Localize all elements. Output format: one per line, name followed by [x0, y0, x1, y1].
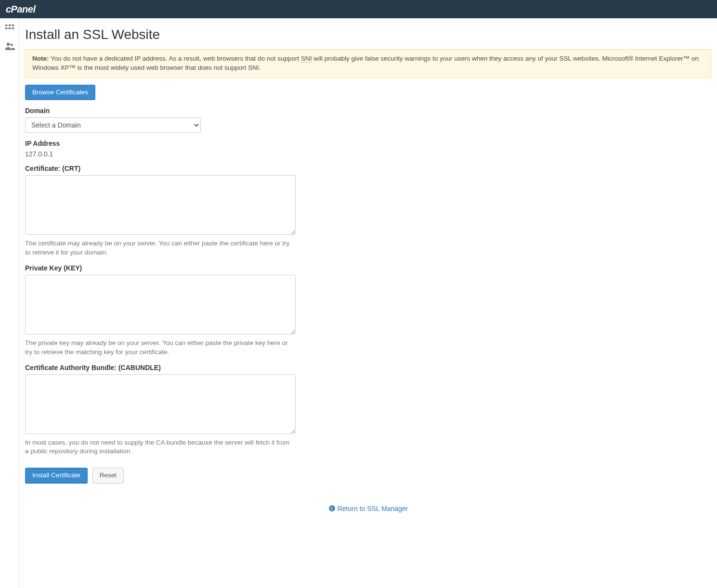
svg-point-7 — [10, 44, 13, 46]
top-bar: cPanel — [0, 0, 717, 18]
svg-rect-5 — [12, 27, 14, 29]
cabundle-textarea[interactable] — [25, 374, 296, 434]
certificate-label: Certificate: (CRT) — [25, 165, 296, 172]
browse-certificates-button[interactable]: Browse Certificates — [25, 85, 95, 100]
sni-term: SNI — [301, 55, 312, 63]
private-key-textarea[interactable] — [25, 275, 296, 334]
users-icon[interactable] — [4, 40, 15, 52]
arrow-left-circle-icon — [328, 505, 336, 512]
ip-address-value: 127.0.0.1 — [25, 150, 296, 158]
sni-note: Note: You do not have a dedicated IP add… — [25, 49, 711, 78]
certificate-help-text: The certificate may already be on your s… — [25, 239, 295, 257]
cabundle-help-text: In most cases, you do not need to supply… — [25, 438, 295, 457]
apps-icon[interactable] — [4, 22, 15, 34]
note-text-part1: You do not have a dedicated IP address. … — [49, 55, 301, 62]
reset-button[interactable]: Reset — [92, 468, 124, 483]
svg-point-8 — [329, 505, 335, 511]
domain-label: Domain — [25, 107, 296, 115]
return-to-ssl-manager-link[interactable]: Return to SSL Manager — [328, 505, 408, 512]
certificate-textarea[interactable] — [25, 175, 296, 235]
cpanel-logo: cPanel — [6, 4, 35, 15]
main-content: Install an SSL Website Note: You do not … — [19, 18, 717, 588]
private-key-label: Private Key (KEY) — [25, 264, 296, 272]
svg-rect-2 — [12, 25, 14, 26]
svg-rect-0 — [5, 25, 7, 26]
return-link-text: Return to SSL Manager — [338, 505, 408, 512]
sidebar — [0, 18, 19, 588]
note-label: Note: — [32, 55, 49, 62]
cabundle-label: Certificate Authority Bundle: (CABUNDLE) — [25, 364, 296, 371]
page-title: Install an SSL Website — [25, 27, 711, 42]
svg-point-6 — [6, 43, 9, 46]
private-key-help-text: The private key may already be on your s… — [25, 339, 295, 357]
install-certificate-button[interactable]: Install Certificate — [25, 468, 88, 483]
svg-rect-3 — [5, 27, 7, 29]
svg-rect-4 — [8, 27, 11, 29]
ip-address-label: IP Address — [25, 140, 296, 147]
domain-select[interactable]: Select a Domain — [25, 117, 201, 133]
svg-rect-1 — [8, 25, 11, 26]
